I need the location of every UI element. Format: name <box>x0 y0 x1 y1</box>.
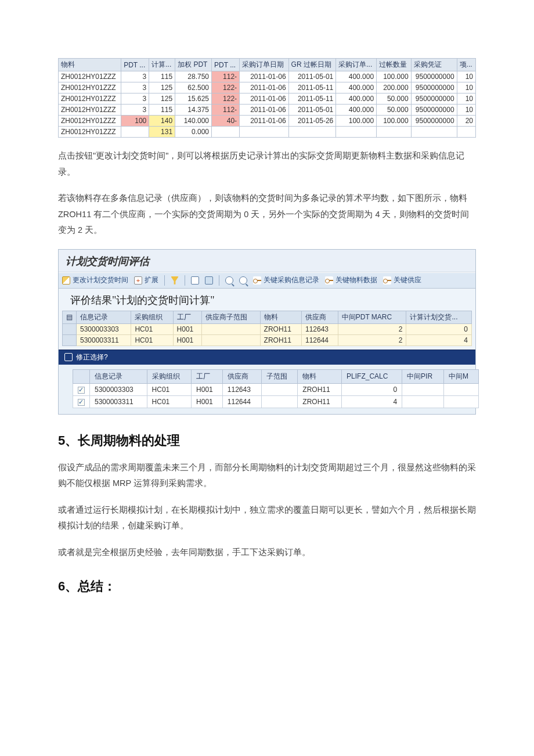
data-table-1: 物料PDT ...计算...加权 PDTPDT ...采购订单日期GR 过帐日期… <box>58 58 476 138</box>
table-row: ZH0012HY01ZZZ312562.500122-2011-01-06201… <box>59 82 476 93</box>
table-header: 中间PIR <box>402 369 444 383</box>
sap-toolbar: 更改计划交货时间 扩展 关键采购信息记录 关键物料数据 关键供应 <box>59 272 475 289</box>
table-header: 信息记录 <box>77 311 131 323</box>
expand-icon <box>134 276 142 285</box>
table-row[interactable]: 5300003311HC01H001ZROH1111264424 <box>63 334 472 345</box>
paragraph-4: 或者通过运行长期模拟计划，在长期模拟计划中，独立需求的覆盖日期可以更长，譬如六个… <box>58 502 476 534</box>
table-header: 物料 <box>298 369 342 383</box>
doc-icon[interactable] <box>191 276 199 285</box>
paragraph-5: 或者就是完全根据历史经验，去年同期数据，手工下达采购订单。 <box>58 545 476 561</box>
table-header: 中间M <box>443 369 478 383</box>
key-supply-button[interactable]: 关键供应 <box>383 275 421 285</box>
table-row[interactable]: 5300003303HC01H001112643ZROH110 <box>73 383 479 395</box>
correction-table: 信息记录采购组织工厂供应商子范围物料PLIFZ_CALC中间PIR中间M 530… <box>73 369 479 408</box>
table-header: 物料 <box>260 311 301 323</box>
table-header: PDT ... <box>212 59 240 71</box>
table-header: 子范围 <box>261 369 297 383</box>
table-header: 采购订单日期 <box>240 59 288 71</box>
table-header: 项... <box>457 59 475 71</box>
correction-selection-bar[interactable]: 修正选择? <box>59 350 475 365</box>
toolbar-separator <box>164 275 165 286</box>
sap-pane-title: 计划交货时间评估 <box>59 250 475 272</box>
table-header: 采购订单... <box>336 59 377 71</box>
search-icon[interactable] <box>225 276 233 285</box>
section-5-heading: 5、长周期物料的处理 <box>58 432 476 449</box>
row-checkbox[interactable] <box>78 387 85 394</box>
table-header: 加权 PDT <box>175 59 212 71</box>
table-row[interactable]: 5300003303HC01H001ZROH1111264320 <box>63 323 472 334</box>
table-header: GR 过帐日期 <box>288 59 336 71</box>
section-6-heading: 6、总结： <box>58 578 476 595</box>
row-checkbox[interactable] <box>78 399 85 406</box>
table-row: ZH0012HY01ZZZ100140140.00040-2011-01-062… <box>59 116 476 127</box>
sap-subtitle: 评价结果"计划的交货时间计算" <box>59 289 475 311</box>
key-material-data-button[interactable]: 关键物料数据 <box>325 275 377 285</box>
key-icon <box>253 276 261 285</box>
sap-evaluation-pane: 计划交货时间评估 更改计划交货时间 扩展 关键采购信息记录 关键物料数据 关键供… <box>58 249 476 415</box>
table-header: PDT ... <box>121 59 149 71</box>
change-plan-delivery-button[interactable]: 更改计划交货时间 <box>62 275 128 285</box>
table-header: 计算... <box>149 59 175 71</box>
filter-icon[interactable] <box>171 276 179 285</box>
table-row: ZH0012HY01ZZZ311528.750112-2011-01-06201… <box>59 71 476 82</box>
table-header: 采购凭证 <box>411 59 457 71</box>
table-header: 供应商 <box>301 311 338 323</box>
doc2-icon[interactable] <box>205 276 213 285</box>
table-header: 采购组织 <box>131 311 173 323</box>
key-icon <box>325 276 333 285</box>
table-header: PLIFZ_CALC <box>342 369 402 383</box>
table-row: ZH0012HY01ZZZ312515.625122-2011-01-06201… <box>59 93 476 105</box>
paragraph-3: 假设产成品的需求周期覆盖未来三个月，而部分长周期物料的计划交货周期超过三个月，很… <box>58 460 476 492</box>
search-next-icon[interactable] <box>239 276 247 285</box>
key-purchase-info-button[interactable]: 关键采购信息记录 <box>253 275 319 285</box>
table-row: ZH0012HY01ZZZ1310.000 <box>59 127 476 138</box>
table-header: 中间PDT MARC <box>338 311 406 323</box>
table-header: 供应商 <box>222 369 261 383</box>
table-header: 物料 <box>59 59 121 71</box>
table-header: 采购组织 <box>147 369 192 383</box>
paragraph-1: 点击按钮"更改计划交货时间"，则可以将根据历史记录计算出的实际交货周期更新物料主… <box>58 148 476 180</box>
table-header: 计算计划交货... <box>406 311 472 323</box>
table-header: 信息记录 <box>90 369 147 383</box>
table-row: ZH0012HY01ZZZ311514.375112-2011-01-06201… <box>59 105 476 116</box>
table-header: 工厂 <box>173 311 201 323</box>
evaluation-result-table: ▤信息记录采购组织工厂供应商子范围物料供应商中间PDT MARC计算计划交货..… <box>62 311 472 346</box>
table-header: 供应商子范围 <box>201 311 260 323</box>
key-icon <box>383 276 391 285</box>
expand-button[interactable]: 扩展 <box>134 275 158 285</box>
export-icon <box>64 353 73 361</box>
table-header: 过帐数量 <box>377 59 411 71</box>
paragraph-2: 若该物料存在多条信息记录（供应商），则该物料的交货时间为多条记录的算术平均数，如… <box>58 190 476 239</box>
table-row[interactable]: 5300003311HC01H001112644ZROH114 <box>73 395 479 408</box>
table-header: 工厂 <box>192 369 223 383</box>
pencil-icon <box>62 276 70 285</box>
